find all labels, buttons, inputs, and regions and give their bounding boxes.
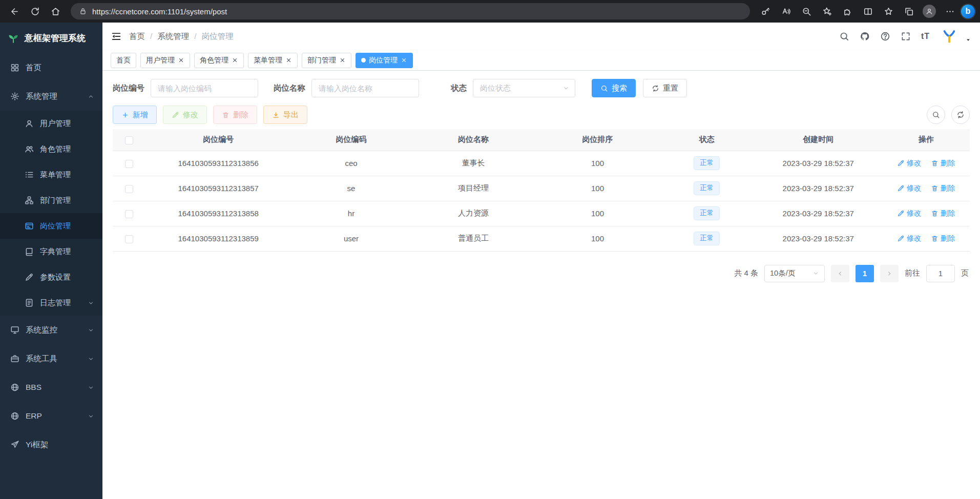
password-key-button[interactable] xyxy=(756,3,775,20)
help-icon[interactable] xyxy=(880,31,890,41)
key-icon xyxy=(761,7,770,16)
sidebar-item-home[interactable]: 首页 xyxy=(0,53,102,82)
filter-post-name-group: 岗位名称 xyxy=(274,79,419,97)
refresh-table-button[interactable] xyxy=(951,106,970,124)
bing-icon[interactable]: b xyxy=(961,5,975,18)
user-menu-caret-icon[interactable] xyxy=(965,36,972,44)
sidebar-item-param[interactable]: 参数设置 xyxy=(0,264,102,290)
sidebar-item-user[interactable]: 用户管理 xyxy=(0,111,102,136)
status-select[interactable]: 岗位状态 xyxy=(473,79,575,97)
sidebar-item-bbs[interactable]: BBS xyxy=(0,373,102,402)
sidebar-item-yi[interactable]: Yi框架 xyxy=(0,430,102,459)
column-header: 岗位名称 xyxy=(411,129,536,151)
browser-profile-button[interactable] xyxy=(920,3,939,20)
extensions-button[interactable] xyxy=(838,3,857,20)
browser-refresh-button[interactable] xyxy=(26,3,44,20)
collections-button[interactable] xyxy=(900,3,918,20)
page-size-select[interactable]: 10条/页 xyxy=(764,265,825,282)
user-avatar[interactable] xyxy=(940,27,958,46)
address-bar[interactable]: https://ccnetcore.com:1101/system/post xyxy=(71,3,750,19)
read-aloud-button[interactable] xyxy=(777,3,795,20)
next-page-button[interactable] xyxy=(880,265,899,282)
sidebar-item-dict[interactable]: 字典管理 xyxy=(0,239,102,264)
row-delete-link[interactable]: 删除 xyxy=(931,183,955,193)
search-button[interactable]: 搜索 xyxy=(592,79,636,97)
status-cell: 正常 xyxy=(660,176,754,201)
sidebar-item-role[interactable]: 角色管理 xyxy=(0,136,102,162)
sidebar-item-menu[interactable]: 菜单管理 xyxy=(0,162,102,188)
column-header: 状态 xyxy=(660,129,754,151)
tab-close-icon[interactable] xyxy=(178,57,184,64)
row-edit-link[interactable]: 修改 xyxy=(897,183,922,193)
tab-角色管理[interactable]: 角色管理 xyxy=(194,53,244,68)
post-code-input[interactable] xyxy=(151,79,258,97)
delete-button[interactable]: 删除 xyxy=(213,106,257,124)
tab-用户管理[interactable]: 用户管理 xyxy=(140,53,190,68)
export-button[interactable]: 导出 xyxy=(263,106,307,124)
sidebar: 意框架管理系统 首页系统管理用户管理角色管理菜单管理部门管理岗位管理字典管理参数… xyxy=(0,23,102,499)
favorites-button[interactable] xyxy=(879,3,898,20)
reset-button[interactable]: 重置 xyxy=(643,79,687,97)
sidebar-item-log[interactable]: 日志管理 xyxy=(0,290,102,316)
browser-chrome: https://ccnetcore.com:1101/system/post b xyxy=(0,0,980,23)
user-icon xyxy=(25,119,34,128)
github-icon[interactable] xyxy=(860,31,870,41)
tab-label: 角色管理 xyxy=(200,56,228,65)
status-cell: 正常 xyxy=(660,226,754,251)
tab-部门管理[interactable]: 部门管理 xyxy=(302,53,351,68)
row-edit-link[interactable]: 修改 xyxy=(897,209,922,218)
edit-button[interactable]: 修改 xyxy=(163,106,207,124)
row-edit-link[interactable]: 修改 xyxy=(897,234,922,243)
goto-page-input[interactable] xyxy=(926,265,955,282)
browser-menu-button[interactable] xyxy=(941,3,959,20)
row-delete-link[interactable]: 删除 xyxy=(931,234,955,243)
sidebar-item-monitor[interactable]: 系统监控 xyxy=(0,316,102,344)
row-edit-link[interactable]: 修改 xyxy=(897,158,922,168)
post-name-input[interactable] xyxy=(311,79,419,97)
post-code: hr xyxy=(291,201,411,226)
browser-home-button[interactable] xyxy=(46,3,65,20)
text-size-toggle[interactable]: tT xyxy=(921,32,930,41)
tab-close-icon[interactable] xyxy=(232,57,238,64)
browser-back-button[interactable] xyxy=(5,3,24,20)
breadcrumb-system[interactable]: 系统管理 xyxy=(157,31,189,42)
row-checkbox[interactable] xyxy=(125,210,133,218)
split-screen-button[interactable] xyxy=(859,3,877,20)
tab-岗位管理[interactable]: 岗位管理 xyxy=(356,53,413,68)
column-header: 岗位排序 xyxy=(535,129,660,151)
page-number-button[interactable]: 1 xyxy=(856,265,874,282)
action-label: 删除 xyxy=(941,183,955,193)
add-button[interactable]: 新增 xyxy=(113,106,157,124)
app-logo[interactable]: 意框架管理系统 xyxy=(0,23,102,53)
tab-首页[interactable]: 首页 xyxy=(111,53,136,68)
add-favorite-button[interactable] xyxy=(818,3,836,20)
row-checkbox[interactable] xyxy=(125,235,133,243)
sidebar-item-tools[interactable]: 系统工具 xyxy=(0,344,102,373)
sidebar-toggle-icon[interactable] xyxy=(111,31,122,42)
sidebar-item-dept[interactable]: 部门管理 xyxy=(0,188,102,213)
prev-page-button[interactable] xyxy=(831,265,849,282)
tab-close-icon[interactable] xyxy=(401,57,407,64)
sidebar-item-system[interactable]: 系统管理 xyxy=(0,82,102,111)
row-delete-link[interactable]: 删除 xyxy=(931,209,955,218)
zoom-out-button[interactable] xyxy=(797,3,816,20)
tab-菜单管理[interactable]: 菜单管理 xyxy=(248,53,298,68)
fullscreen-icon[interactable] xyxy=(901,31,911,41)
column-header: 操作 xyxy=(883,129,970,151)
sidebar-item-post[interactable]: 岗位管理 xyxy=(0,213,102,239)
tab-close-icon[interactable] xyxy=(339,57,346,64)
status-badge: 正常 xyxy=(694,206,720,220)
row-checkbox[interactable] xyxy=(125,160,133,168)
breadcrumb-home[interactable]: 首页 xyxy=(129,31,145,42)
header-search-icon[interactable] xyxy=(839,31,849,41)
select-all-checkbox[interactable] xyxy=(125,136,133,144)
sidebar-item-erp[interactable]: ERP xyxy=(0,402,102,430)
tab-close-icon[interactable] xyxy=(285,57,292,64)
post-name: 普通员工 xyxy=(411,226,536,251)
show-search-toggle-button[interactable] xyxy=(927,106,945,124)
post-sort: 100 xyxy=(535,151,660,176)
posts-table: 岗位编号岗位编码岗位名称岗位排序状态创建时间操作 164103059311231… xyxy=(113,129,970,252)
grid-icon xyxy=(10,63,19,72)
row-delete-link[interactable]: 删除 xyxy=(931,158,955,168)
row-checkbox[interactable] xyxy=(125,185,133,193)
